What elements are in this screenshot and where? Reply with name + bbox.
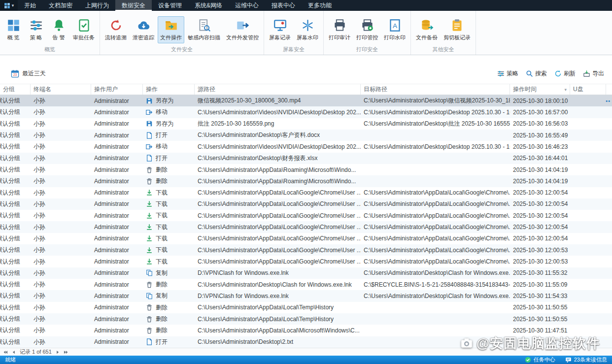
ribbon-item-1-3[interactable]: 敏感内容扫描 <box>185 16 223 43</box>
date-range-label: 最近三天 <box>22 69 46 78</box>
ribbon-item-2-0[interactable]: 屏幕记录 <box>267 16 293 43</box>
cell-user: Administrator <box>91 106 143 118</box>
table-row-14[interactable]: 默认分组小孙Administrator下载C:\Users\Administra… <box>0 256 612 267</box>
ribbon-item-3-0[interactable]: 打印审计 <box>326 16 353 43</box>
table-row-13[interactable]: 默认分组小孙Administrator下载C:\Users\Administra… <box>0 244 612 256</box>
pager-first-button[interactable] <box>3 350 8 355</box>
table-row-8[interactable]: 默认分组小孙Administrator下载C:\Users\Administra… <box>0 187 612 199</box>
ribbon-item-1-4[interactable]: 文件外发管控 <box>224 16 261 43</box>
column-header-5[interactable]: 目标路径 <box>361 84 510 95</box>
cell-target-path: C:\Users\Administrator\AppData\Local\Goo… <box>361 256 510 267</box>
ribbon-item-0-3[interactable]: 审批任务 <box>70 16 97 43</box>
cell-time: 2025-10-30 12:00:54 <box>510 210 570 221</box>
toolbar-action-0[interactable]: 策略 <box>497 69 518 78</box>
ribbon-item-4-0[interactable]: 文件备份 <box>413 16 440 43</box>
table-row-18[interactable]: 默认分组小孙Administrator删除C:\Users\Administra… <box>0 302 612 313</box>
cell-user: Administrator <box>91 336 143 348</box>
menu-tab-0[interactable]: 开始 <box>18 0 42 11</box>
ribbon-item-0-2[interactable]: 告 警 <box>48 16 69 43</box>
pager-next-button[interactable] <box>55 350 60 355</box>
ribbon-item-1-2[interactable]: 文件操作 <box>158 16 184 43</box>
search-icon <box>526 70 533 77</box>
ribbon-group-label: 其他安全 <box>411 46 476 55</box>
table-row-2[interactable]: 默认分组小孙Administrator另存为批注 2025-10-30 1655… <box>0 118 612 130</box>
menu-tab-6[interactable]: 运维中心 <box>229 0 265 11</box>
cell-usb <box>570 118 606 130</box>
table-row-7[interactable]: 默认分组小孙Administrator删除C:\Users\Administra… <box>0 175 612 187</box>
date-range-button[interactable]: 23 最近三天 <box>11 69 46 78</box>
ribbon-item-4-1[interactable]: 剪切板记录 <box>441 16 473 43</box>
status-item-0[interactable]: 任务中心 <box>525 356 555 364</box>
table-row-15[interactable]: 默认分组小孙Administrator复制D:\VPN\Clash for Wi… <box>0 267 612 279</box>
toolbar-action-2[interactable]: 刷新 <box>554 69 576 78</box>
table-row-9[interactable]: 默认分组小孙Administrator下载C:\Users\Administra… <box>0 199 612 210</box>
row-more-button[interactable]: •• <box>606 95 611 106</box>
svg-text:A: A <box>392 22 397 30</box>
cell-target-path <box>361 130 510 141</box>
toolbar-action-3[interactable]: 导出 <box>583 69 604 78</box>
column-header-label: 分组 <box>3 85 15 94</box>
operation-label: 下载 <box>156 200 168 208</box>
table-row-19[interactable]: 默认分组小孙Administrator删除C:\Users\Administra… <box>0 313 612 325</box>
printer-gear-icon <box>361 19 374 32</box>
ribbon-item-1-1[interactable]: 泄密追踪 <box>130 16 157 43</box>
operation-label: 删除 <box>156 177 168 185</box>
table-row-12[interactable]: 默认分组小孙Administrator下载C:\Users\Administra… <box>0 233 612 244</box>
ribbon-item-label: 文件外发管控 <box>226 34 259 41</box>
menu-tab-1[interactable]: 文档加密 <box>42 0 79 11</box>
group-value: 默认分组 <box>0 97 20 105</box>
task-center-icon <box>525 357 531 363</box>
menu-tab-5[interactable]: 系统&网络 <box>188 0 229 11</box>
ribbon-item-3-1[interactable]: 打印管控 <box>354 16 380 43</box>
cell-terminal: 小孙 <box>31 279 91 290</box>
watermark: @安固电脑监控软件 <box>460 334 600 352</box>
column-header-0[interactable]: 分组 <box>0 84 31 95</box>
table-row-11[interactable]: 默认分组小孙Administrator下载C:\Users\Administra… <box>0 221 612 232</box>
cell-usb <box>570 95 606 106</box>
ribbon-item-label: 告 警 <box>52 34 65 41</box>
status-item-1[interactable]: 23条未读信息 <box>565 356 607 364</box>
menu-tab-8[interactable]: 更多功能 <box>302 0 338 11</box>
pager-last-button[interactable] <box>64 350 68 355</box>
record-counter: 记录 1 of 651 <box>20 348 52 356</box>
column-header-4[interactable]: 源路径 <box>195 84 361 95</box>
menu-tab-7[interactable]: 报表中心 <box>265 0 302 11</box>
table-row-16[interactable]: 默认分组小孙Administrator删除C:\Users\Administra… <box>0 279 612 290</box>
column-header-2[interactable]: 操作用户 <box>91 84 143 95</box>
table-row-10[interactable]: 默认分组小孙Administrator下载C:\Users\Administra… <box>0 210 612 221</box>
group-value: 默认分组 <box>0 131 20 139</box>
toolbar-action-1[interactable]: 搜索 <box>526 69 547 78</box>
ribbon-item-1-0[interactable]: 流转追溯 <box>102 16 129 43</box>
cell-time: 2025-10-30 11:55:32 <box>510 267 570 279</box>
ribbon-item-0-0[interactable]: 概 览 <box>2 16 24 43</box>
cell-user: Administrator <box>91 302 143 313</box>
menu-tab-2[interactable]: 上网行为 <box>79 0 115 11</box>
table-row-3[interactable]: 默认分组小孙Administrator打开C:\Users\Administra… <box>0 130 612 141</box>
ribbon-item-3-2[interactable]: A打印水印 <box>381 16 408 43</box>
table-row-1[interactable]: 默认分组小孙Administrator移动C:\Users\Administra… <box>0 106 612 118</box>
column-filter-icon[interactable]: ▾ <box>564 87 567 92</box>
ribbon-item-0-1[interactable]: 策 略 <box>25 16 47 43</box>
cell-terminal: 小孙 <box>31 233 91 244</box>
column-header-7[interactable]: U盘 <box>570 84 606 95</box>
column-header-1[interactable]: 终端名 <box>31 84 91 95</box>
op-save-icon <box>146 98 153 104</box>
cell-source-path: C:\Users\Administrator\AppData\Local\Goo… <box>195 244 361 256</box>
app-menu-button[interactable]: ▾ <box>0 0 18 11</box>
table-row-4[interactable]: 默认分组小孙Administrator移动C:\Users\Administra… <box>0 141 612 152</box>
menu-tab-4[interactable]: 设备管理 <box>152 0 188 11</box>
table-row-17[interactable]: 默认分组小孙Administrator复制D:\VPN\Clash for Wi… <box>0 290 612 301</box>
column-header-6[interactable]: 操作时间▾ <box>510 84 570 95</box>
table-row-0[interactable]: 默认分组小孙Administrator另存为微信视频2025-10-30_180… <box>0 95 612 106</box>
cell-target-path: C:\$RECYCLE.BIN\S-1-5-21-2584088848-3154… <box>361 279 510 290</box>
ribbon-item-2-1[interactable]: 屏幕水印 <box>294 16 321 43</box>
menu-tab-3[interactable]: 数据安全 <box>115 0 152 11</box>
operation-label: 下载 <box>156 258 168 266</box>
ribbon-group-1: 流转追溯泄密追踪文件操作敏感内容扫描文件外发管控文件安全 <box>100 11 264 55</box>
pager-prev-button[interactable] <box>11 350 16 355</box>
table-row-5[interactable]: 默认分组小孙Administrator打开C:\Users\Administra… <box>0 153 612 164</box>
cell-source-path: C:\Users\Administrator\AppData\Local\Goo… <box>195 221 361 232</box>
table-row-6[interactable]: 默认分组小孙Administrator删除C:\Users\Administra… <box>0 164 612 175</box>
column-header-3[interactable]: 操作 <box>143 84 195 95</box>
cell-terminal: 小孙 <box>31 302 91 313</box>
